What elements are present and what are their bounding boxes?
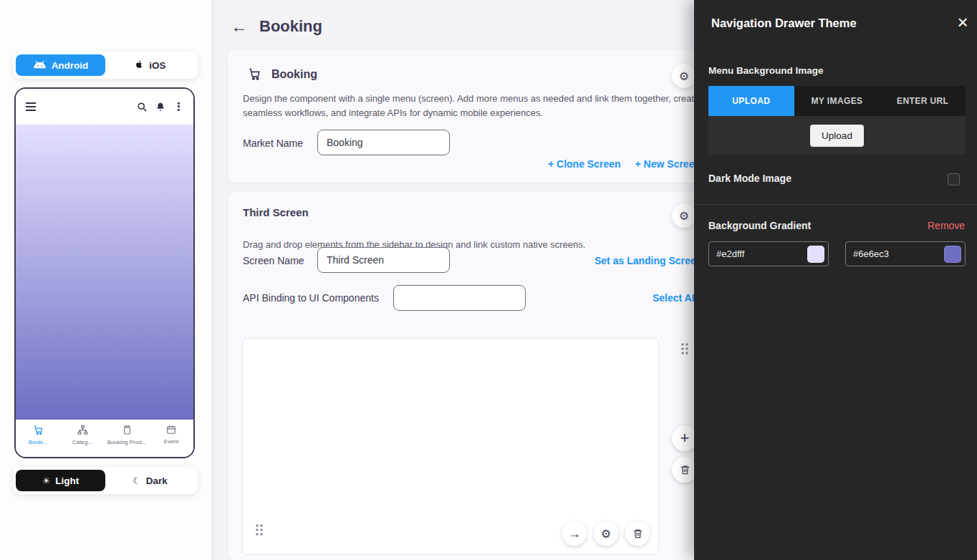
booking-component-card: Booking ⚙ Design the component with a si… <box>228 50 772 183</box>
gradient-start-color-swatch[interactable] <box>807 246 824 263</box>
ios-toggle-button[interactable]: iOS <box>105 54 195 76</box>
booking-card-title: Booking <box>271 68 317 81</box>
booking-card-header: Booking <box>248 67 317 81</box>
light-mode-button[interactable]: ☀ Light <box>16 470 105 491</box>
cart-icon <box>248 67 261 81</box>
gradient-start-color-input[interactable]: #e2dfff <box>708 241 829 266</box>
search-icon[interactable] <box>137 102 148 112</box>
market-name-input[interactable] <box>317 130 450 155</box>
phone-preview: ⋮ Booki... Categ... <box>14 87 195 458</box>
screen-actions: + Clone Screen + New Screen <box>548 158 701 170</box>
phone-nav-label: Booki... <box>29 439 48 445</box>
new-screen-link[interactable]: + New Screen <box>635 158 701 170</box>
panel-title: Navigation Drawer Theme <box>711 16 857 30</box>
screen-name-input[interactable] <box>317 247 450 273</box>
phone-nav-item-booking[interactable]: Booki... <box>16 425 60 445</box>
gradient-start-color-value: #e2dfff <box>709 248 807 259</box>
dark-mode-image-checkbox[interactable] <box>948 173 960 185</box>
hamburger-menu-icon[interactable] <box>25 102 37 112</box>
remove-gradient-link[interactable]: Remove <box>928 220 965 231</box>
phone-nav-item-booking-product[interactable]: Booking Prod... <box>105 425 149 445</box>
market-name-label: Market Name <box>243 137 303 149</box>
theme-toggle: ☀ Light ☾ Dark <box>13 467 198 494</box>
screen-card-title: Third Screen <box>243 206 309 218</box>
back-button[interactable]: ← <box>231 18 248 35</box>
page-title: Booking <box>259 17 322 36</box>
trash-icon <box>632 528 643 539</box>
screen-settings-gear-button[interactable]: ⚙ <box>672 203 696 228</box>
gradient-end-color-input[interactable]: #6e6ec3 <box>845 241 966 266</box>
android-label: Android <box>52 60 89 71</box>
cart-icon <box>33 425 44 437</box>
trash-icon <box>680 464 690 475</box>
third-screen-card: Third Screen ⚙ Drag and drop elements fr… <box>228 192 772 560</box>
dark-mode-image-label: Dark Mode Image <box>708 173 791 184</box>
phone-nav-label: Booking Prod... <box>107 439 147 445</box>
platform-toggle: Android iOS <box>13 52 198 79</box>
category-icon <box>77 425 88 437</box>
phone-nav-label: Categ... <box>72 439 92 445</box>
gradient-end-color-swatch[interactable] <box>944 246 961 263</box>
set-landing-screen-link[interactable]: Set as Landing Screen <box>595 255 702 266</box>
close-icon[interactable]: × <box>953 11 973 34</box>
ios-label: iOS <box>149 60 165 71</box>
arrow-right-icon: → <box>568 527 581 540</box>
menu-background-image-label: Menu Background Image <box>708 65 824 76</box>
booking-settings-gear-button[interactable]: ⚙ <box>672 64 696 88</box>
api-binding-input[interactable] <box>393 285 526 311</box>
clone-screen-link[interactable]: + Clone Screen <box>548 158 621 170</box>
light-label: Light <box>55 475 79 486</box>
canvas-action-buttons: → ⚙ <box>562 521 650 546</box>
gear-icon: ⚙ <box>601 527 611 541</box>
drag-handle-icon[interactable] <box>254 523 264 536</box>
canvas-delete-button[interactable] <box>625 521 650 546</box>
booking-card-description: Design the component with a single menu … <box>243 92 705 120</box>
product-icon <box>122 425 132 437</box>
canvas-settings-gear-button[interactable]: ⚙ <box>594 521 618 546</box>
api-binding-label: API Binding to UI Components <box>243 292 379 304</box>
apple-icon <box>134 59 144 72</box>
image-source-tabs: UPLOAD MY IMAGES ENTER URL <box>708 86 966 116</box>
phone-nav-item-event[interactable]: Event <box>149 425 193 445</box>
upload-button[interactable]: Upload <box>810 125 864 147</box>
calendar-icon <box>166 425 176 436</box>
tab-enter-url[interactable]: ENTER URL <box>880 86 966 116</box>
phone-nav-item-category[interactable]: Categ... <box>60 425 105 445</box>
gradient-end-color-value: #6e6ec3 <box>846 248 944 259</box>
main-header: ← Booking <box>231 17 322 36</box>
phone-nav-label: Event <box>164 438 178 445</box>
upload-area: Upload <box>708 116 966 155</box>
plus-icon: + <box>680 430 690 446</box>
panel-divider <box>694 204 977 205</box>
phone-menu-gradient-preview <box>16 125 193 420</box>
bell-icon[interactable] <box>155 102 165 112</box>
tab-my-images[interactable]: MY IMAGES <box>794 86 880 116</box>
kebab-menu-icon[interactable]: ⋮ <box>173 100 184 113</box>
dark-mode-button[interactable]: ☾ Dark <box>105 470 195 491</box>
screen-canvas-dropzone[interactable]: → ⚙ <box>242 338 659 555</box>
screen-drag-handle-icon[interactable] <box>680 342 690 355</box>
app-builder-screen: Android iOS ⋮ <box>0 0 977 560</box>
background-gradient-label: Background Gradient <box>708 220 811 231</box>
link-screen-arrow-button[interactable]: → <box>562 521 587 546</box>
tab-upload[interactable]: UPLOAD <box>708 86 794 116</box>
screen-name-label: Screen Name <box>243 255 304 266</box>
dark-label: Dark <box>146 475 168 486</box>
android-icon <box>33 60 47 70</box>
navigation-drawer-theme-panel <box>694 0 977 560</box>
android-toggle-button[interactable]: Android <box>16 54 105 76</box>
phone-bottom-nav: Booki... Categ... Booking Prod... <box>16 420 193 457</box>
sun-icon: ☀ <box>42 476 51 486</box>
moon-icon: ☾ <box>133 476 141 486</box>
left-sidebar: Android iOS ⋮ <box>0 0 211 560</box>
phone-top-bar: ⋮ <box>16 89 193 125</box>
